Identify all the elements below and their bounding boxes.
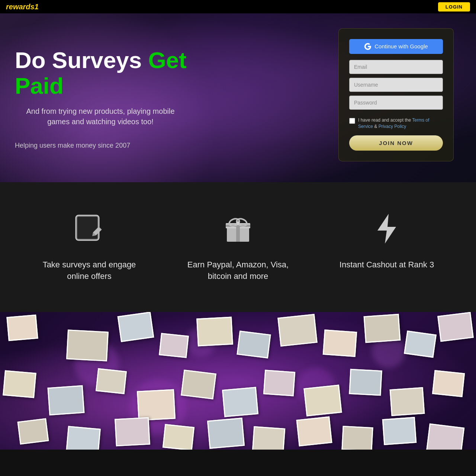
collage-photo	[323, 329, 357, 357]
collage-photo	[163, 424, 194, 450]
collage-photo	[118, 312, 154, 342]
svg-rect-1	[76, 216, 99, 240]
bolt-icon	[370, 212, 403, 250]
feature-earn-text: Earn Paypal, Amazon, Visa, bitcoin and m…	[182, 259, 294, 282]
feature-cashout-text: Instant Cashout at Rank 3	[340, 259, 434, 271]
collage-photo	[432, 370, 465, 397]
collage-photo	[66, 426, 101, 450]
edit-icon	[73, 212, 106, 250]
collage-photo	[252, 426, 286, 450]
feature-surveys-text: Take surveys and engage online offers	[33, 259, 145, 282]
feature-cashout: Instant Cashout at Rank 3	[331, 212, 443, 271]
google-signin-button[interactable]: Continue with Google	[349, 39, 443, 54]
collage-photo	[364, 313, 401, 342]
google-icon	[364, 43, 372, 50]
collage-photo	[96, 368, 127, 394]
collage-photo	[159, 333, 189, 358]
collage-photo	[115, 417, 150, 446]
collage-photo	[382, 417, 417, 445]
collage-photo	[303, 385, 342, 416]
collage-photos	[0, 312, 476, 450]
collage-section	[0, 312, 476, 450]
collage-photo	[17, 418, 49, 444]
collage-photo	[66, 329, 109, 361]
collage-photo	[222, 387, 258, 417]
collage-photo	[341, 425, 373, 449]
password-input[interactable]	[349, 96, 443, 110]
features-section: Take surveys and engage online offers Ea…	[0, 182, 476, 312]
hero-tagline: Helping users make money since 2007	[15, 142, 223, 149]
privacy-policy-link[interactable]: Privacy Policy	[379, 124, 406, 129]
collage-photo	[237, 331, 271, 358]
collage-photo	[3, 370, 36, 398]
collage-photo	[404, 330, 437, 358]
site-logo: rewards1	[6, 3, 39, 11]
collage-photo	[196, 316, 233, 346]
collage-photo	[390, 387, 425, 416]
terms-checkbox[interactable]	[349, 118, 355, 124]
collage-photo	[181, 369, 216, 399]
svg-marker-10	[377, 214, 396, 244]
hero-headline: Do Surveys Get Paid	[15, 48, 223, 98]
svg-point-9	[236, 221, 240, 225]
collage-photo	[263, 370, 295, 396]
feature-surveys: Take surveys and engage online offers	[33, 212, 145, 282]
collage-photo	[296, 416, 332, 446]
collage-photo	[207, 418, 245, 449]
collage-photo	[6, 314, 38, 341]
hero-subtext: And from trying new products, playing mo…	[15, 106, 186, 127]
hero-content: Do Surveys Get Paid And from trying new …	[15, 40, 223, 149]
collage-photo	[426, 423, 465, 450]
collage-photo	[437, 312, 474, 342]
collage-photo	[349, 369, 382, 395]
navbar: rewards1 LOGIN	[0, 0, 476, 13]
collage-photo	[277, 314, 318, 347]
google-btn-label: Continue with Google	[374, 43, 428, 49]
headline-text1: Do Surveys	[15, 47, 148, 73]
terms-text: I have read and accept the Terms of Serv…	[358, 117, 443, 130]
login-button[interactable]: LOGIN	[438, 2, 470, 12]
collage-photo	[47, 385, 84, 415]
username-input[interactable]	[349, 78, 443, 92]
terms-row: I have read and accept the Terms of Serv…	[349, 117, 443, 130]
hero-section: Do Surveys Get Paid And from trying new …	[0, 0, 476, 182]
join-now-button[interactable]: JOIN NOW	[349, 135, 443, 151]
collage-photo	[137, 389, 176, 421]
signup-card: Continue with Google I have read and acc…	[338, 28, 454, 162]
email-input[interactable]	[349, 60, 443, 74]
feature-earn: Earn Paypal, Amazon, Visa, bitcoin and m…	[182, 212, 294, 282]
gift-icon	[221, 212, 255, 250]
